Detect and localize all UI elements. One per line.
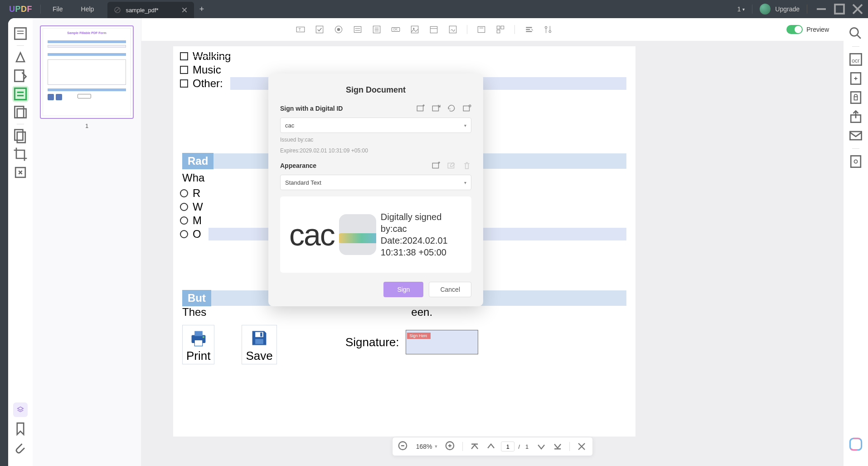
svg-point-20 xyxy=(337,28,340,31)
image-field-icon[interactable] xyxy=(410,25,420,34)
checkbox[interactable] xyxy=(180,79,188,88)
print-button[interactable]: Print xyxy=(182,325,214,364)
signature-field[interactable]: Sign Here xyxy=(406,330,478,354)
preview-toggle[interactable] xyxy=(786,25,803,34)
document-tab[interactable]: sample_pdf* xyxy=(107,2,194,18)
page-input[interactable] xyxy=(501,441,514,451)
appearance-select[interactable]: Standard Text xyxy=(280,175,471,190)
cancel-button[interactable]: Cancel xyxy=(429,282,471,297)
radio-icon[interactable] xyxy=(334,25,344,34)
sign-here-arrow xyxy=(427,333,431,339)
share-icon[interactable] xyxy=(848,108,864,125)
svg-rect-74 xyxy=(851,92,861,103)
svg-rect-78 xyxy=(851,156,861,167)
import-id-icon[interactable] xyxy=(432,104,441,113)
date-field-icon[interactable] xyxy=(429,25,439,34)
add-id-icon[interactable] xyxy=(416,104,425,113)
manage-id-icon[interactable] xyxy=(462,104,471,113)
prev-page-icon[interactable] xyxy=(485,440,497,453)
checkbox[interactable] xyxy=(180,66,188,74)
email-icon[interactable] xyxy=(848,128,864,144)
signature-label: Signature: xyxy=(345,335,399,349)
svg-point-43 xyxy=(545,26,547,28)
svg-rect-35 xyxy=(478,26,485,32)
menu-help[interactable]: Help xyxy=(72,5,103,13)
minimize-button[interactable] xyxy=(815,2,828,16)
page-thumbnail[interactable]: Sample Fillable PDF Form xyxy=(40,25,134,119)
save-button[interactable]: Save xyxy=(242,325,276,364)
radio[interactable] xyxy=(180,203,188,211)
menu-file[interactable]: File xyxy=(44,5,72,13)
barcode-icon[interactable] xyxy=(476,25,486,34)
highlight-tool[interactable] xyxy=(12,49,29,66)
svg-rect-30 xyxy=(411,26,418,33)
first-page-icon[interactable] xyxy=(468,440,481,453)
add-appearance-icon[interactable] xyxy=(432,161,441,170)
ai-icon[interactable] xyxy=(848,436,864,452)
radio[interactable] xyxy=(180,216,188,225)
ocr-icon[interactable]: ocr xyxy=(848,51,864,68)
compress-tool[interactable] xyxy=(12,164,29,181)
bookmark-tool[interactable] xyxy=(12,421,29,437)
signature-details: Digitally signed by:cac Date:2024.02.01 … xyxy=(381,211,462,258)
reader-tool[interactable] xyxy=(12,25,29,42)
maximize-button[interactable] xyxy=(833,2,846,16)
distribute-icon[interactable] xyxy=(524,25,534,34)
crop-tool[interactable] xyxy=(12,146,29,162)
digital-id-select[interactable]: cac xyxy=(280,118,471,133)
convert-icon[interactable] xyxy=(848,70,864,87)
thumbnail-panel: Sample Fillable PDF Form 1 xyxy=(33,18,141,466)
svg-rect-39 xyxy=(497,30,500,33)
search-icon[interactable] xyxy=(848,25,864,42)
listbox-icon[interactable] xyxy=(372,25,382,34)
close-nav-icon[interactable] xyxy=(575,440,588,453)
checkbox[interactable] xyxy=(180,52,188,60)
protect-icon[interactable] xyxy=(848,89,864,106)
svg-rect-75 xyxy=(854,97,857,100)
button-icon[interactable]: OK xyxy=(391,25,401,34)
refresh-id-icon[interactable] xyxy=(447,104,456,113)
svg-point-79 xyxy=(854,160,857,163)
pages-tool[interactable] xyxy=(12,128,29,144)
tab-title: sample_pdf* xyxy=(126,7,158,14)
dropdown-icon[interactable] xyxy=(353,25,363,34)
svg-line-70 xyxy=(858,35,861,39)
radio[interactable] xyxy=(180,230,188,238)
last-page-icon[interactable] xyxy=(551,440,564,453)
new-tab-button[interactable]: + xyxy=(194,5,210,14)
edit-tool[interactable] xyxy=(12,68,29,84)
floppy-icon xyxy=(249,328,269,348)
svg-rect-58 xyxy=(463,106,469,111)
id-issued-info: Issued by:cac xyxy=(280,136,471,144)
text-field-icon[interactable]: T xyxy=(296,25,305,34)
svg-text:T: T xyxy=(299,27,301,32)
next-page-icon[interactable] xyxy=(535,440,548,453)
upgrade-button[interactable]: Upgrade xyxy=(775,5,800,13)
svg-rect-12 xyxy=(17,109,26,118)
zoom-level[interactable]: 168%▼ xyxy=(413,443,441,450)
page-total: 1 xyxy=(524,443,531,450)
pdf-page: Walking Music Other: Rad Wha R W M O But… xyxy=(173,46,635,437)
zoom-out-icon[interactable] xyxy=(397,440,410,453)
left-sidebar xyxy=(8,18,33,466)
close-tab-icon[interactable] xyxy=(181,7,188,13)
sign-document-dialog: Sign Document Sign with a Digital ID cac… xyxy=(268,74,483,306)
align-icon[interactable] xyxy=(495,25,505,34)
zoom-in-icon[interactable] xyxy=(444,440,457,453)
print-icon[interactable] xyxy=(848,153,864,170)
appearance-label: Appearance xyxy=(280,162,432,169)
svg-rect-77 xyxy=(850,132,861,140)
signature-field-icon[interactable] xyxy=(448,25,458,34)
window-count[interactable]: 1▾ xyxy=(737,5,745,13)
user-avatar[interactable] xyxy=(760,4,771,15)
attachment-tool[interactable] xyxy=(12,441,29,457)
tools-icon[interactable] xyxy=(543,25,553,34)
separator xyxy=(807,5,807,14)
form-tool[interactable] xyxy=(12,86,29,102)
organize-tool[interactable] xyxy=(12,104,29,120)
radio[interactable] xyxy=(180,189,188,197)
sign-button[interactable]: Sign xyxy=(383,282,423,297)
checkbox-icon[interactable] xyxy=(315,25,325,34)
close-window-button[interactable] xyxy=(851,2,864,16)
layers-tool[interactable] xyxy=(13,402,28,417)
